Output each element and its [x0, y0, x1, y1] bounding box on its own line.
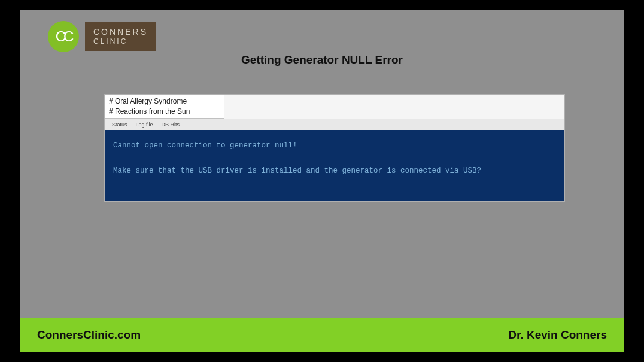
top-panel: # Oral Allergy Syndrome # Reactions from…: [105, 95, 564, 119]
logo-circle-icon: CC: [48, 21, 79, 52]
logo-line1: CONNERS: [93, 27, 148, 37]
console-line: Cannot open connection to generator null…: [113, 141, 297, 150]
tabs-row: Status Log file DB Hits: [105, 119, 564, 130]
list-item[interactable]: # Oral Allergy Syndrome: [109, 96, 220, 107]
brand-logo: CC CONNERS CLINIC: [48, 21, 156, 52]
logo-line2: CLINIC: [93, 37, 148, 46]
app-window: # Oral Allergy Syndrome # Reactions from…: [104, 94, 565, 202]
footer-site: ConnersClinic.com: [37, 328, 141, 342]
footer-author: Dr. Kevin Conners: [508, 328, 607, 342]
console-output: Cannot open connection to generator null…: [105, 130, 564, 202]
tab-status[interactable]: Status: [112, 122, 127, 128]
slide-frame: CC CONNERS CLINIC Getting Generator NULL…: [20, 10, 624, 352]
tab-dbhits[interactable]: DB Hits: [162, 122, 180, 128]
page-title: Getting Generator NULL Error: [20, 53, 624, 67]
logo-cc-text: CC: [56, 28, 72, 45]
footer-bar: ConnersClinic.com Dr. Kevin Conners: [20, 318, 624, 352]
console-line: Make sure that the USB driver is install…: [113, 167, 481, 175]
list-item[interactable]: # Reactions from the Sun: [109, 107, 220, 117]
tab-logfile[interactable]: Log file: [136, 122, 153, 128]
logo-wordmark: CONNERS CLINIC: [85, 22, 156, 50]
program-listbox[interactable]: # Oral Allergy Syndrome # Reactions from…: [105, 95, 224, 119]
